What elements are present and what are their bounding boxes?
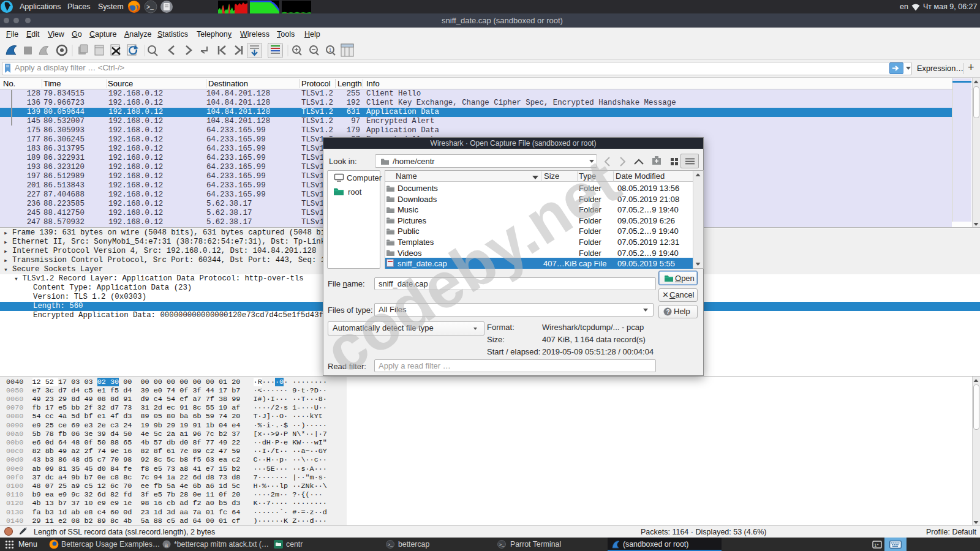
svg-text:>_: >_	[146, 4, 154, 11]
svg-text:?: ?	[666, 309, 670, 315]
svg-text:1*: 1*	[874, 542, 879, 548]
svg-text:a: a	[165, 542, 168, 548]
svg-text:1: 1	[329, 47, 332, 53]
svg-text:>_: >_	[388, 542, 394, 547]
svg-text:>_: >_	[499, 542, 505, 547]
